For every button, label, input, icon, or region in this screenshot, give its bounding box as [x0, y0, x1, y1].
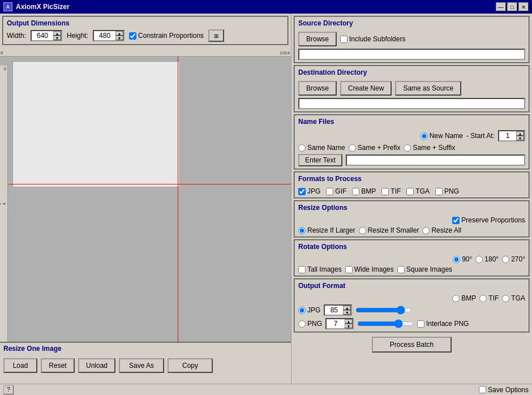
dest-browse-button[interactable]: Browse [298, 81, 337, 96]
rotate-270deg-label[interactable]: 270° [502, 255, 525, 263]
load-button[interactable]: Load [3, 358, 37, 373]
interlace-label[interactable]: Interlace PNG [417, 320, 469, 328]
reset-button[interactable]: Reset [41, 358, 75, 373]
format-bmp-checkbox[interactable] [352, 188, 359, 195]
preserve-proportions-label[interactable]: Preserve Proportions [452, 216, 525, 224]
out-format-tif-label[interactable]: TIF [479, 294, 499, 302]
source-row1: Browse Include Subfolders [298, 32, 525, 46]
name-text-input[interactable] [346, 154, 525, 166]
create-new-button[interactable]: Create New [340, 81, 392, 96]
minimize-button[interactable]: — [496, 2, 506, 11]
constrain-label[interactable]: Constrain Proportions [129, 32, 204, 40]
jpg-input[interactable] [325, 306, 343, 315]
save-options-checkbox[interactable] [479, 386, 486, 393]
rotate-180deg-label[interactable]: 180° [475, 255, 499, 263]
format-tif-checkbox[interactable] [381, 188, 389, 195]
source-browse-button[interactable]: Browse [298, 32, 337, 46]
destination-directory-title: Destination Directory [298, 68, 525, 76]
maximize-button[interactable]: □ [507, 2, 517, 11]
same-name-radio[interactable] [298, 144, 306, 152]
resize-options-title: Resize Options [298, 204, 525, 212]
png-slider[interactable] [357, 319, 414, 328]
png-arrows: ▲ ▼ [345, 319, 353, 328]
copy-button[interactable]: Copy [168, 358, 213, 373]
ruler-zero: 0 [1, 50, 3, 55]
close-button[interactable]: ✕ [518, 2, 529, 11]
new-name-radio[interactable] [421, 132, 428, 140]
start-at-spinbox[interactable]: ▲ ▼ [498, 130, 525, 141]
width-spinbox[interactable]: ▲ ▼ [31, 30, 62, 41]
format-jpg-label[interactable]: JPG [298, 187, 320, 195]
name-files-title: Name Files [298, 118, 525, 126]
png-down[interactable]: ▼ [345, 324, 353, 328]
start-at-up[interactable]: ▲ [516, 131, 524, 136]
jpg-up[interactable]: ▲ [343, 306, 351, 310]
format-png-label[interactable]: PNG [435, 187, 459, 195]
jpg-radio[interactable] [298, 307, 306, 314]
jpg-slider[interactable] [355, 306, 412, 315]
png-spinbox[interactable]: ▲ ▼ [325, 318, 354, 329]
width-label: Width: [7, 32, 26, 40]
rotate-type-square-images-label[interactable]: Square Images [397, 265, 452, 273]
out-format-bmp-label[interactable]: BMP [452, 294, 476, 302]
preserve-proportions-checkbox[interactable] [452, 217, 460, 224]
enter-text-button[interactable]: Enter Text [298, 154, 342, 166]
png-radio[interactable] [298, 320, 306, 328]
height-input[interactable] [94, 31, 115, 40]
source-path-input[interactable] [298, 49, 525, 60]
format-gif-checkbox[interactable] [326, 188, 333, 195]
same-suffix-radio[interactable] [404, 144, 411, 152]
png-input[interactable] [327, 319, 345, 328]
constrain-checkbox[interactable] [129, 32, 136, 40]
process-batch-button[interactable]: Process Batch [372, 337, 452, 353]
start-at-input[interactable] [499, 131, 516, 140]
left-panel: Output Dimensions Width: ▲ ▼ Height: ▲ ▼ [0, 14, 291, 384]
width-down-arrow[interactable]: ▼ [53, 36, 61, 40]
canvas-with-ruler: 0 1024 [0, 57, 291, 342]
out-format-tga-label[interactable]: TGA [502, 294, 525, 302]
width-up-arrow[interactable]: ▲ [53, 31, 61, 36]
save-options-label[interactable]: Save Options [479, 386, 529, 394]
format-tif-label[interactable]: TIF [381, 187, 401, 195]
same-name-radio-label[interactable]: Same Name [298, 144, 345, 152]
name-row3: Enter Text [298, 154, 525, 166]
rotate-type-wide-images-label[interactable]: Wide Images [345, 265, 394, 273]
jpg-row: JPG ▲ ▼ [298, 304, 525, 316]
format-bmp-label[interactable]: BMP [352, 187, 376, 195]
format-tga-label[interactable]: TGA [406, 187, 430, 195]
format-gif-label[interactable]: GIF [326, 187, 346, 195]
unload-button[interactable]: Unload [78, 358, 115, 373]
save-as-button[interactable]: Save As [119, 358, 164, 373]
rotate-type-tall-images-label[interactable]: Tall Images [298, 265, 342, 273]
format-png-checkbox[interactable] [435, 188, 443, 195]
width-input[interactable] [32, 31, 53, 40]
format-tga-checkbox[interactable] [406, 188, 414, 195]
start-at-down[interactable]: ▼ [516, 136, 524, 140]
rotate-90deg-label[interactable]: 90° [453, 255, 472, 263]
jpg-down[interactable]: ▼ [343, 310, 351, 315]
dest-path-input[interactable] [298, 98, 525, 109]
height-up-arrow[interactable]: ▲ [115, 31, 123, 36]
format-jpg-checkbox[interactable] [298, 188, 306, 195]
include-subfolders-checkbox[interactable] [340, 36, 347, 43]
help-button[interactable]: ? [3, 385, 14, 394]
png-up[interactable]: ▲ [345, 319, 353, 324]
resize-resize-if-larger-label[interactable]: Resize If Larger [298, 226, 355, 234]
jpg-radio-label[interactable]: JPG [298, 306, 320, 314]
jpg-spinbox[interactable]: ▲ ▼ [324, 304, 352, 316]
formats-title: Formats to Process [298, 175, 525, 183]
dims-icon-button[interactable]: ⊞ [208, 29, 224, 42]
same-as-source-button[interactable]: Same as Source [395, 81, 461, 96]
same-prefix-radio-label[interactable]: Same + Prefix [349, 144, 401, 152]
height-down-arrow[interactable]: ▼ [115, 36, 123, 40]
destination-directory-section: Destination Directory Browse Create New … [294, 65, 530, 113]
same-suffix-radio-label[interactable]: Same + Suffix [404, 144, 455, 152]
height-spinbox[interactable]: ▲ ▼ [93, 30, 125, 41]
resize-resize-if-smaller-label[interactable]: Resize If Smaller [359, 226, 419, 234]
resize-resize-all-label[interactable]: Resize All [422, 226, 461, 234]
same-prefix-radio[interactable] [349, 144, 356, 152]
png-radio-label[interactable]: PNG [298, 320, 322, 328]
include-subfolders-label[interactable]: Include Subfolders [340, 35, 405, 43]
new-name-radio-label[interactable]: New Name [421, 132, 463, 140]
interlace-checkbox[interactable] [417, 320, 424, 328]
